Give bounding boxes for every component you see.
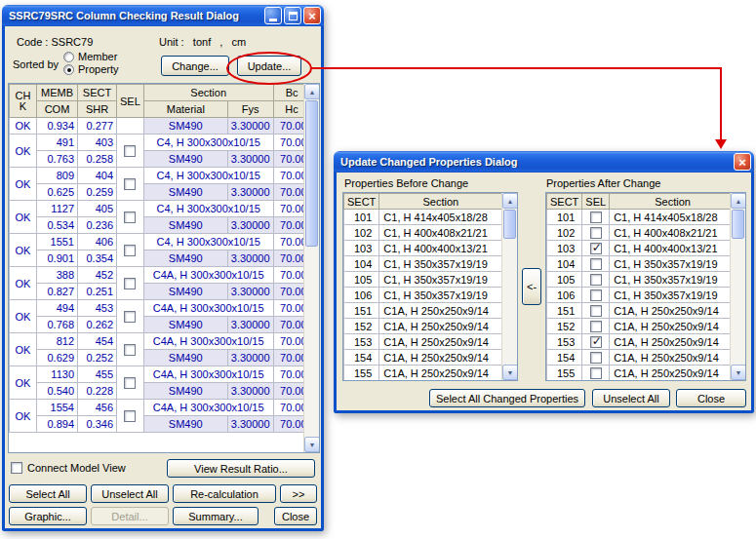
update-button[interactable]: Update... (237, 56, 301, 76)
property-select-checkbox[interactable] (590, 367, 602, 379)
after-list-row[interactable]: 151 C1A, H 250x250x9/14 (547, 303, 736, 319)
update-dialog-titlebar[interactable]: Update Changed Properties Dialog × (334, 151, 754, 173)
shr-cell: 0.259 (78, 184, 117, 201)
before-list-row[interactable]: 101 C1, H 414x405x18/28 (344, 210, 502, 225)
row-select-checkbox[interactable] (124, 344, 136, 356)
header-material: Material (143, 101, 227, 118)
property-select-checkbox[interactable] (590, 258, 602, 270)
after-list-row[interactable]: 101 C1, H 414x405x18/28 (547, 210, 736, 225)
property-select-checkbox[interactable] (590, 212, 602, 223)
sect-cell: 455 (78, 366, 117, 383)
scrollbar-thumb[interactable] (305, 100, 318, 247)
after-list-row[interactable]: 103 C1, H 400x400x13/21 (547, 241, 736, 256)
property-select-checkbox[interactable] (590, 352, 602, 364)
property-select-checkbox[interactable] (590, 336, 602, 348)
before-list-row[interactable]: 152 C1A, H 250x250x9/14 (344, 319, 502, 334)
scroll-up-icon[interactable]: ▲ (731, 193, 746, 209)
before-header-section: Section (379, 194, 502, 210)
before-list-row[interactable]: 153 C1A, H 250x250x9/14 (344, 334, 502, 350)
minimize-button[interactable] (264, 7, 282, 24)
table-row: OK 809 404 C4, H 300x300x10/15 70.00 (10, 168, 311, 184)
sect-cell: 105 (344, 272, 379, 288)
move-left-button[interactable]: <- (522, 268, 541, 305)
more-button[interactable]: >> (280, 484, 317, 503)
after-list-row[interactable]: 104 C1, H 350x357x19/19 (547, 256, 736, 272)
row-select-checkbox[interactable] (124, 410, 136, 422)
radio-property[interactable]: Property (63, 63, 119, 75)
section-cell: C4A, H 300x300x10/15 (143, 366, 273, 383)
property-select-checkbox[interactable] (590, 243, 602, 254)
scrollbar-thumb[interactable] (503, 210, 516, 239)
after-list-row[interactable]: 154 C1A, H 250x250x9/14 (547, 350, 736, 366)
before-list-row[interactable]: 151 C1A, H 250x250x9/14 (344, 303, 502, 319)
sect-cell: 404 (78, 168, 117, 184)
sect-cell: 153 (547, 334, 582, 350)
shr-cell: 0.258 (78, 151, 117, 168)
after-list: SECT SEL Section 101 C1, H 414x405x18/28… (545, 192, 746, 381)
row-select-checkbox[interactable] (124, 178, 136, 190)
row-select-checkbox[interactable] (124, 311, 136, 323)
material-cell: SM490 (143, 217, 227, 234)
result-table-scrollbar[interactable]: ▲ ▼ (303, 84, 319, 452)
before-list-row[interactable]: 102 C1, H 400x408x21/21 (344, 225, 502, 241)
row-select-checkbox[interactable] (124, 377, 136, 389)
scrollbar-thumb[interactable] (732, 210, 744, 239)
unselect-all-button[interactable]: Unselect All (91, 484, 169, 503)
property-select-checkbox[interactable] (590, 289, 602, 301)
close-dialog-button[interactable]: Close (274, 507, 317, 525)
scroll-down-icon[interactable]: ▼ (304, 437, 320, 452)
sect-cell: 101 (547, 210, 582, 225)
sect-cell: 104 (344, 256, 379, 272)
scroll-down-icon[interactable]: ▼ (502, 365, 518, 380)
main-dialog: SSRC79SRC Column Checking Result Dialog … (2, 5, 324, 531)
before-list-row[interactable]: 154 C1A, H 250x250x9/14 (344, 350, 502, 366)
scroll-up-icon[interactable]: ▲ (304, 84, 320, 99)
before-list-row[interactable]: 104 C1, H 350x357x19/19 (344, 256, 502, 272)
after-header-sect: SECT (547, 194, 582, 210)
section-cell: C1A, H 250x250x9/14 (610, 350, 736, 366)
graphic-button[interactable]: Graphic... (9, 507, 87, 525)
row-select-checkbox[interactable] (124, 212, 136, 223)
view-result-ratio-button[interactable]: View Result Ratio... (167, 459, 315, 478)
before-list-row[interactable]: 103 C1, H 400x400x13/21 (344, 241, 502, 256)
select-all-changed-button[interactable]: Select All Changed Properties (429, 389, 585, 407)
row-select-checkbox[interactable] (124, 278, 136, 289)
maximize-button[interactable] (284, 7, 301, 24)
property-select-checkbox[interactable] (590, 321, 602, 332)
after-list-scrollbar[interactable]: ▲ ▼ (730, 193, 745, 380)
property-select-checkbox[interactable] (590, 227, 602, 239)
after-list-row[interactable]: 155 C1A, H 250x250x9/14 (547, 366, 736, 381)
update-close-button[interactable]: Close (676, 389, 746, 407)
row-select-checkbox[interactable] (124, 245, 136, 256)
before-list-row[interactable]: 155 C1A, H 250x250x9/14 (344, 366, 502, 381)
row-select-checkbox[interactable] (124, 145, 136, 157)
close-button[interactable]: × (303, 7, 321, 24)
property-select-checkbox[interactable] (590, 305, 602, 317)
main-dialog-body: Code : SSRC79 Unit : tonf , cm Sorted by… (2, 26, 324, 531)
after-list-row[interactable]: 153 C1A, H 250x250x9/14 (547, 334, 736, 350)
select-all-button[interactable]: Select All (9, 484, 87, 503)
before-list-table: SECT Section 101 C1, H 414x405x18/28 102… (343, 193, 502, 381)
before-list-row[interactable]: 106 C1, H 350x357x19/19 (344, 288, 502, 303)
recalculation-button[interactable]: Re-calculation (173, 484, 276, 503)
scroll-up-icon[interactable]: ▲ (502, 193, 518, 209)
before-list-row[interactable]: 105 C1, H 350x357x19/19 (344, 272, 502, 288)
scroll-down-icon[interactable]: ▼ (731, 365, 746, 380)
com-cell: 0.901 (37, 250, 78, 267)
after-list-row[interactable]: 105 C1, H 350x357x19/19 (547, 272, 736, 288)
radio-member[interactable]: Member (63, 51, 117, 62)
after-list-row[interactable]: 152 C1A, H 250x250x9/14 (547, 319, 736, 334)
sect-cell: 153 (344, 334, 379, 350)
summary-button[interactable]: Summary... (173, 507, 259, 525)
before-list-scrollbar[interactable]: ▲ ▼ (501, 193, 517, 380)
main-dialog-titlebar[interactable]: SSRC79SRC Column Checking Result Dialog … (2, 5, 324, 26)
before-list: SECT Section 101 C1, H 414x405x18/28 102… (342, 192, 518, 381)
update-dialog-close-button[interactable]: × (734, 153, 751, 171)
change-button[interactable]: Change... (161, 56, 229, 76)
property-select-checkbox[interactable] (590, 274, 602, 286)
after-list-row[interactable]: 106 C1, H 350x357x19/19 (547, 288, 736, 303)
after-list-row[interactable]: 102 C1, H 400x408x21/21 (547, 225, 736, 241)
connect-model-view-checkbox[interactable]: Connect Model View (11, 462, 126, 474)
update-unselect-all-button[interactable]: Unselect All (592, 389, 670, 407)
section-cell: C1A, H 250x250x9/14 (610, 366, 736, 381)
